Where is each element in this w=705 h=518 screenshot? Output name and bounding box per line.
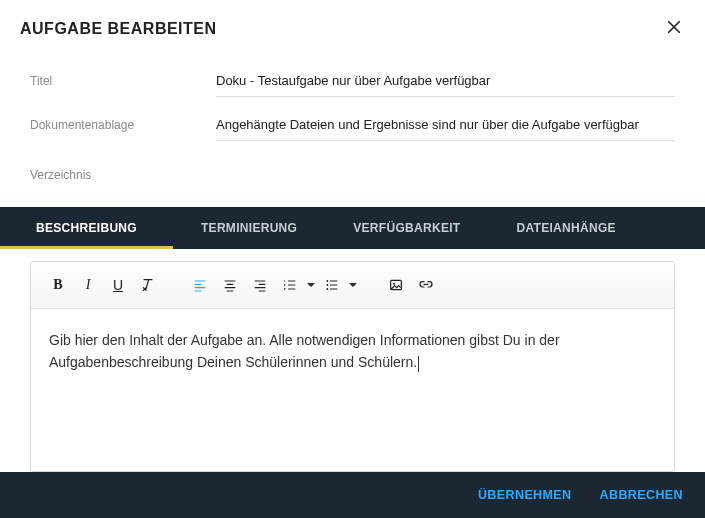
field-ablage: Dokumentenablage Angehängte Dateien und … <box>30 103 675 147</box>
edit-task-dialog: AUFGABE BEARBEITEN Titel Doku - Testaufg… <box>0 0 705 518</box>
text-caret-icon <box>418 356 419 372</box>
dialog-footer: ÜBERNEHMEN ABBRECHEN <box>0 472 705 518</box>
titel-input[interactable]: Doku - Testaufgabe nur über Aufgabe verf… <box>216 65 675 97</box>
editor-content[interactable]: Gib hier den Inhalt der Aufgabe an. Alle… <box>31 309 674 471</box>
field-titel: Titel Doku - Testaufgabe nur über Aufgab… <box>30 59 675 103</box>
cancel-button[interactable]: ABBRECHEN <box>600 488 683 502</box>
align-right-button[interactable] <box>247 272 273 298</box>
verzeichnis-value[interactable] <box>216 167 675 183</box>
bold-button[interactable]: B <box>45 272 71 298</box>
field-verzeichnis: Verzeichnis <box>30 153 675 197</box>
svg-point-4 <box>393 283 395 285</box>
titel-label: Titel <box>30 74 216 88</box>
ordered-list-caret-icon[interactable] <box>307 281 315 289</box>
dialog-header: AUFGABE BEARBEITEN <box>0 0 705 53</box>
unordered-list-button[interactable] <box>319 272 345 298</box>
editor-toolbar: B I U <box>31 262 674 309</box>
svg-point-1 <box>326 284 328 286</box>
clear-format-button[interactable] <box>135 272 161 298</box>
editor-text: Gib hier den Inhalt der Aufgabe an. Alle… <box>49 332 560 370</box>
editor-section: B I U <box>0 249 705 472</box>
verzeichnis-label: Verzeichnis <box>30 168 216 182</box>
italic-button[interactable]: I <box>75 272 101 298</box>
ordered-list-button[interactable] <box>277 272 303 298</box>
tab-dateianhaenge[interactable]: DATEIANHÄNGE <box>488 207 643 249</box>
close-icon[interactable] <box>661 14 687 43</box>
ablage-select[interactable]: Angehängte Dateien und Ergebnisse sind n… <box>216 109 675 141</box>
tab-verfuegbarkeit[interactable]: VERFÜGBARKEIT <box>325 207 488 249</box>
image-button[interactable] <box>383 272 409 298</box>
ablage-label: Dokumentenablage <box>30 118 216 132</box>
dialog-title: AUFGABE BEARBEITEN <box>20 20 217 38</box>
align-left-button[interactable] <box>187 272 213 298</box>
rich-text-editor: B I U <box>30 261 675 472</box>
form-section: Titel Doku - Testaufgabe nur über Aufgab… <box>0 53 705 203</box>
svg-point-2 <box>326 288 328 290</box>
tab-bar: BESCHREIBUNG TERMINIERUNG VERFÜGBARKEIT … <box>0 207 705 249</box>
unordered-list-caret-icon[interactable] <box>349 281 357 289</box>
link-button[interactable] <box>413 272 439 298</box>
underline-button[interactable]: U <box>105 272 131 298</box>
tab-beschreibung[interactable]: BESCHREIBUNG <box>0 207 173 249</box>
apply-button[interactable]: ÜBERNEHMEN <box>478 488 572 502</box>
align-center-button[interactable] <box>217 272 243 298</box>
svg-point-0 <box>326 280 328 282</box>
tab-terminierung[interactable]: TERMINIERUNG <box>173 207 325 249</box>
